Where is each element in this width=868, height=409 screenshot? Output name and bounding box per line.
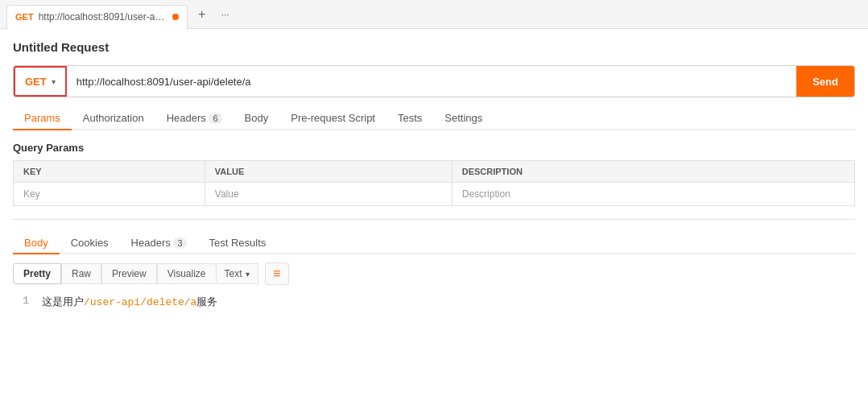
method-label: GET — [25, 76, 47, 88]
format-preview[interactable]: Preview — [101, 263, 157, 284]
tab-bar: GET http://localhost:8091/user-api/... +… — [0, 0, 868, 29]
tab-body[interactable]: Body — [234, 107, 280, 130]
tab-unsaved-dot — [172, 14, 179, 20]
response-tab-cookies[interactable]: Cookies — [60, 233, 120, 254]
url-input[interactable] — [67, 76, 796, 88]
url-bar: GET ▾ Send — [13, 65, 855, 97]
tab-method: GET — [15, 12, 34, 22]
response-tab-body[interactable]: Body — [13, 233, 60, 254]
format-raw[interactable]: Raw — [61, 263, 101, 284]
query-params-title: Query Params — [13, 142, 855, 154]
description-cell[interactable]: Description — [452, 183, 854, 206]
format-bar: Pretty Raw Preview Visualize Text ▾ ≡ — [13, 262, 855, 285]
col-value: VALUE — [205, 161, 452, 183]
method-dropdown-arrow: ▾ — [52, 77, 56, 86]
tab-params[interactable]: Params — [13, 107, 72, 130]
active-browser-tab[interactable]: GET http://localhost:8091/user-api/... — [6, 5, 188, 29]
tab-authorization[interactable]: Authorization — [72, 107, 155, 130]
key-cell[interactable]: Key — [14, 183, 205, 206]
params-table: KEY VALUE DESCRIPTION Key Value Descript… — [13, 160, 855, 206]
line-content-1: 这是用户/user-api/delete/a服务 — [42, 295, 217, 309]
request-nav-tabs: Params Authorization Headers 6 Body Pre-… — [13, 107, 855, 130]
tab-settings[interactable]: Settings — [433, 107, 494, 130]
format-pretty[interactable]: Pretty — [13, 263, 61, 284]
response-tab-test-results[interactable]: Test Results — [198, 233, 278, 254]
text-format-selector[interactable]: Text ▾ — [217, 263, 258, 284]
method-selector[interactable]: GET ▾ — [14, 66, 67, 97]
line-number-1: 1 — [13, 295, 29, 309]
col-key: KEY — [14, 161, 205, 183]
tab-url: http://localhost:8091/user-api/... — [39, 11, 167, 23]
table-row[interactable]: Key Value Description — [14, 183, 855, 206]
headers-badge: 6 — [209, 113, 221, 124]
tab-headers[interactable]: Headers 6 — [155, 107, 234, 130]
page-title: Untitled Request — [13, 40, 855, 54]
code-path: /user-api/delete/a — [84, 296, 196, 308]
response-tab-headers[interactable]: Headers 3 — [120, 233, 198, 254]
response-nav-tabs: Body Cookies Headers 3 Test Results — [13, 233, 855, 254]
new-tab-button[interactable]: + — [191, 3, 213, 26]
response-body: 1 这是用户/user-api/delete/a服务 — [13, 295, 855, 309]
wrap-button[interactable]: ≡ — [265, 262, 289, 285]
page-content: Untitled Request GET ▾ Send Params Autho… — [0, 29, 868, 320]
col-description: DESCRIPTION — [452, 161, 854, 183]
more-options-button[interactable]: ··· — [217, 9, 234, 20]
send-button[interactable]: Send — [796, 66, 854, 97]
response-line-1: 1 这是用户/user-api/delete/a服务 — [13, 295, 855, 309]
value-cell[interactable]: Value — [205, 183, 452, 206]
section-divider — [13, 219, 855, 220]
format-visualize[interactable]: Visualize — [157, 263, 217, 284]
text-format-arrow: ▾ — [246, 270, 250, 279]
tab-tests[interactable]: Tests — [386, 107, 433, 130]
tab-pre-request-script[interactable]: Pre-request Script — [279, 107, 386, 130]
response-headers-badge: 3 — [173, 238, 186, 249]
